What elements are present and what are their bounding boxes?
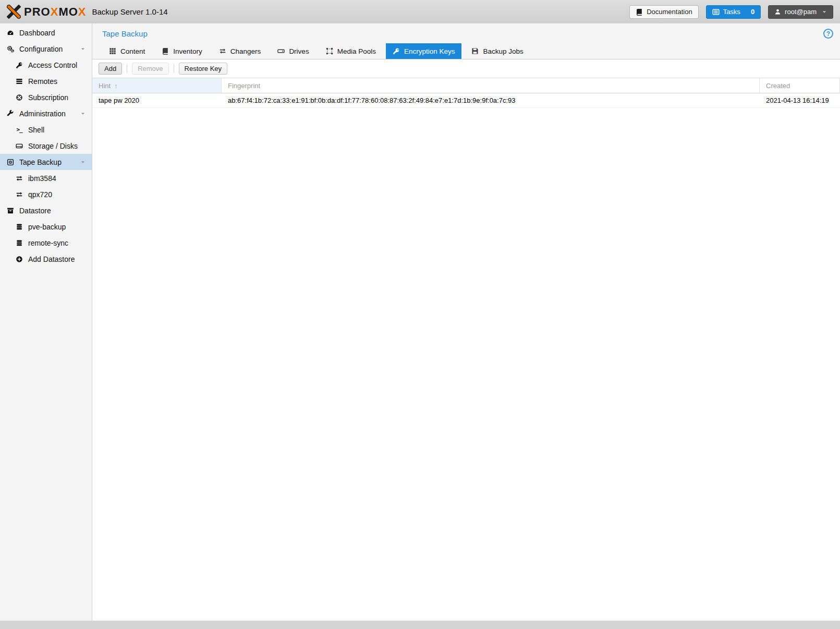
main-panel: Tape Backup ? ContentInventoryChangersDr… [92,23,840,621]
sidebar-item-ibm3584[interactable]: ibm3584 [0,170,92,186]
user-icon [774,8,781,15]
brand-wordmark: PROXMOX [24,5,87,19]
wrench-icon [5,110,16,117]
sort-asc-icon: ↑ [114,82,118,90]
tab-changers[interactable]: Changers [212,43,268,59]
gauge-icon [5,29,16,37]
chevron-down-icon[interactable] [80,160,86,165]
main-header: Tape Backup ? ContentInventoryChangersDr… [92,23,840,59]
chevron-down-icon[interactable] [80,111,86,116]
tab-label: Drives [289,47,309,55]
chevron-down-icon[interactable] [80,46,86,52]
sidebar-item-datastore[interactable]: Datastore [0,202,92,219]
tab-label: Encryption Keys [404,47,455,55]
key-icon [393,47,400,55]
sidebar-item-label: Shell [28,126,44,134]
sidebar-item-remote-sync[interactable]: remote-sync [0,235,92,251]
sidebar-item-label: Add Datastore [28,255,75,263]
tasks-button[interactable]: Tasks 0 [706,5,761,19]
sidebar-item-label: Storage / Disks [28,142,78,150]
tab-backup-jobs[interactable]: Backup Jobs [465,43,530,59]
plus-circle-icon [14,256,25,263]
group-icon [326,47,333,55]
grid-icon [109,47,116,55]
exchange-icon [14,191,25,198]
sidebar-item-label: Datastore [19,207,51,215]
table-body: tape pw 2020ab:67:f4:1b:72:ca:33:e1:91:b… [92,93,840,108]
lifering-icon [14,94,25,101]
toolbar-separator [127,64,127,73]
database-icon [14,239,25,247]
sidebar-item-dashboard[interactable]: Dashboard [0,25,92,41]
sidebar-item-pve-backup[interactable]: pve-backup [0,219,92,235]
hdd-icon [14,142,25,150]
drive-icon [277,47,285,55]
tab-label: Inventory [173,47,202,55]
tab-encryption-keys[interactable]: Encryption Keys [386,43,462,59]
sidebar-item-tape-backup[interactable]: Tape Backup [0,154,92,170]
book-icon [162,47,169,55]
add-button[interactable]: Add [99,63,122,75]
cell-created: 2021-04-13 16:14:19 [760,96,840,104]
sidebar-item-subscription[interactable]: Subscription [0,89,92,105]
help-button[interactable]: ? [823,29,833,39]
proxmox-logo-icon [7,5,21,19]
sidebar-item-label: Subscription [28,93,68,102]
sidebar-item-qpx720[interactable]: qpx720 [0,186,92,202]
table-header: Hint↑FingerprintCreated [92,78,840,93]
column-header-label: Hint [99,82,111,90]
table-row[interactable]: tape pw 2020ab:67:f4:1b:72:ca:33:e1:91:b… [92,93,840,108]
tab-label: Backup Jobs [483,47,523,55]
sidebar-item-label: Access Control [28,61,77,69]
exchange-icon [14,175,25,182]
cell-fingerprint: ab:67:f4:1b:72:ca:33:e1:91:bf:0b:da:df:1… [222,96,760,104]
app-subtitle: Backup Server 1.0-14 [92,7,168,16]
sidebar-item-label: pve-backup [28,223,66,231]
sidebar-item-label: remote-sync [28,239,68,247]
tab-label: Media Pools [337,47,376,55]
column-header-hint[interactable]: Hint↑ [92,78,222,93]
documentation-button[interactable]: Documentation [629,5,698,19]
sidebar-item-label: Tape Backup [19,158,62,166]
tab-inventory[interactable]: Inventory [155,43,209,59]
floppy-icon [471,47,479,55]
sidebar-item-storage-disks[interactable]: Storage / Disks [0,138,92,154]
list-icon [712,8,720,16]
top-bar: PROXMOX Backup Server 1.0-14 Documentati… [0,0,840,23]
column-header-fingerprint[interactable]: Fingerprint [222,78,760,93]
sidebar-item-administration[interactable]: Administration [0,105,92,122]
remove-button: Remove [132,63,168,75]
tab-drives[interactable]: Drives [271,43,315,59]
column-header-created[interactable]: Created [760,78,840,93]
tape-icon [5,159,16,166]
sidebar-item-add-datastore[interactable]: Add Datastore [0,251,92,267]
tab-media-pools[interactable]: Media Pools [319,43,383,59]
rows-icon [14,78,25,85]
tab-bar: ContentInventoryChangersDrivesMedia Pool… [99,43,840,59]
tab-content[interactable]: Content [102,43,152,59]
sidebar-item-remotes[interactable]: Remotes [0,73,92,89]
toolbar: AddRemoveRestore Key [92,59,840,78]
sidebar-item-label: Configuration [19,45,63,53]
exchange-icon [219,47,226,55]
restore-key-button[interactable]: Restore Key [179,63,228,75]
chevron-down-icon [822,9,827,15]
shell-icon: >_ [14,126,25,133]
database-icon [14,223,25,231]
tab-label: Content [120,47,145,55]
sidebar-item-label: Dashboard [19,29,55,37]
sidebar-item-shell[interactable]: >_Shell [0,122,92,138]
tasks-count-badge: 0 [751,8,754,16]
archive-icon [5,207,16,214]
bottom-strip [0,621,840,629]
column-header-label: Fingerprint [228,82,260,90]
sidebar-item-label: Administration [19,110,66,118]
sidebar-item-access-control[interactable]: Access Control [0,57,92,73]
sidebar-item-label: ibm3584 [28,174,56,183]
user-menu-button[interactable]: root@pam [768,5,833,19]
gears-icon [5,45,16,53]
sidebar: DashboardConfigurationAccess ControlRemo… [0,23,92,621]
sidebar-item-configuration[interactable]: Configuration [0,41,92,57]
cell-hint: tape pw 2020 [92,96,222,104]
sidebar-item-label: qpx720 [28,190,52,199]
